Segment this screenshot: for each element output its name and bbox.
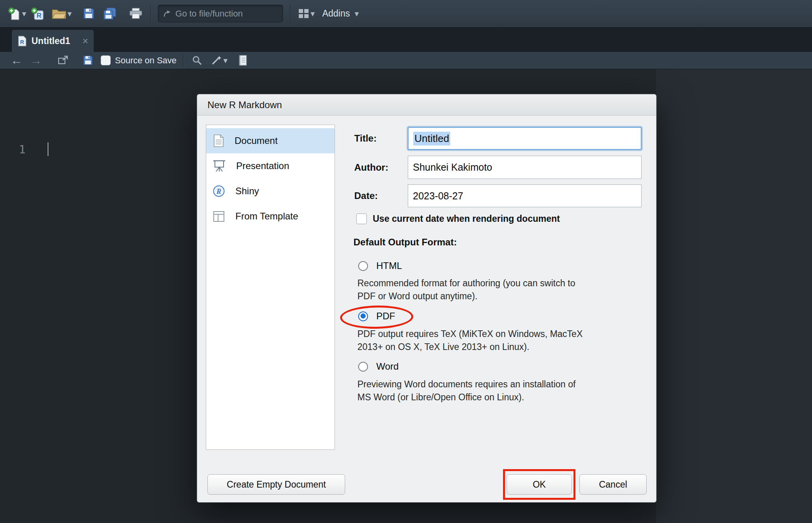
save-icon [83,55,93,66]
print-icon [129,7,143,20]
svg-text:R: R [37,12,41,19]
word-description: Previewing Word documents requires an in… [357,378,649,404]
line-number: 1 [19,143,26,156]
addins-menu[interactable]: Addins ▾ [322,8,359,19]
new-rmarkdown-dialog: New R Markdown Document [197,94,657,503]
document-icon [213,134,224,147]
find-replace-button[interactable] [190,51,204,70]
format-option-word[interactable]: Word [358,361,399,372]
chevron-down-icon: ▾ [355,9,359,18]
chevron-down-icon[interactable]: ▾ [68,9,72,18]
toolbar-separator [183,54,183,67]
new-file-button[interactable]: ▾ [6,4,28,24]
save-all-button[interactable] [101,4,119,24]
use-current-date-label: Use current date when rendering document [373,214,560,224]
source-tab-strip: R Untitled1 × [0,28,812,52]
new-file-icon [7,7,21,21]
back-arrow-button[interactable]: ← [7,54,26,66]
author-value: Shunkei Kakimoto [413,162,492,173]
tab-untitled1[interactable]: R Untitled1 × [12,30,94,52]
save-button[interactable] [81,4,97,24]
open-file-button[interactable]: ▾ [50,4,74,24]
date-input[interactable]: 2023-08-27 [408,184,642,207]
search-icon [192,55,202,66]
date-label: Date: [354,184,378,207]
dialog-titlebar: New R Markdown [197,94,656,116]
create-empty-document-button[interactable]: Create Empty Document [207,474,345,495]
r-file-icon: R [17,35,27,47]
save-all-icon [103,7,117,20]
source-on-save-label: Source on Save [115,55,177,66]
title-label: Title: [354,127,377,150]
word-radio-label: Word [376,361,399,372]
goto-file-search[interactable] [158,5,283,22]
html-description: Recommended format for authoring (you ca… [357,277,649,303]
word-radio[interactable] [358,362,368,372]
save-icon [83,7,95,20]
print-button[interactable] [127,4,145,24]
svg-text:R: R [216,188,221,195]
html-radio[interactable] [358,261,368,271]
chevron-down-icon[interactable]: ▾ [22,9,26,18]
tab-label: Untitled1 [31,36,70,46]
date-value: 2023-08-27 [413,190,463,202]
rstudio-window: ▾ R ▾ [0,0,812,523]
pdf-description: PDF output requires TeX (MiKTeX on Windo… [357,328,649,354]
list-item-from-template[interactable]: From Template [206,204,335,229]
html-radio-label: HTML [376,260,402,271]
format-option-html[interactable]: HTML [358,260,402,271]
popout-window-icon [58,55,68,65]
ok-button[interactable]: OK [507,474,572,495]
toolbar-separator [290,5,290,23]
list-item-label: From Template [235,211,298,222]
toolbar-separator [150,5,151,23]
list-item-label: Document [235,135,277,146]
editor-toolbar: ← → Source on Save [0,52,812,69]
list-item-shiny[interactable]: R Shiny [206,179,335,204]
code-tools-button[interactable]: ▾ [209,51,230,70]
title-value-selected-text: Untitled [413,132,450,145]
list-item-document[interactable]: Document [206,128,335,153]
use-current-date-row[interactable]: Use current date when rendering document [356,214,560,224]
goto-arrow-icon [163,9,171,18]
shiny-r-icon: R [213,185,225,197]
compile-notebook-button[interactable] [236,51,250,70]
pdf-radio[interactable] [358,311,368,321]
template-grid-icon [213,210,225,223]
dialog-title: New R Markdown [207,99,282,110]
source-on-save-checkbox[interactable] [101,55,111,65]
format-option-pdf[interactable]: PDF [358,311,395,322]
addins-label: Addins [322,8,350,19]
document-type-list: Document Presentation R Shiny [206,125,335,450]
text-cursor [48,142,48,156]
use-current-date-checkbox[interactable] [356,214,367,224]
list-item-label: Presentation [236,160,289,171]
magic-wand-icon [211,55,222,66]
close-icon[interactable]: × [82,36,88,46]
list-item-presentation[interactable]: Presentation [206,153,335,179]
notebook-icon [238,55,248,66]
open-folder-icon [52,7,67,20]
cancel-button[interactable]: Cancel [579,474,647,495]
forward-arrow-button[interactable]: → [26,54,46,66]
chevron-down-icon[interactable]: ▾ [311,9,315,18]
default-output-format-label: Default Output Format: [353,237,457,248]
chevron-down-icon[interactable]: ▾ [224,56,228,64]
svg-text:R: R [20,39,24,45]
show-in-new-window-button[interactable] [56,51,70,70]
title-input[interactable]: Untitled [408,127,642,150]
panes-grid-icon [298,8,309,19]
right-pane [655,69,812,523]
pdf-radio-label: PDF [376,311,395,322]
workspace-panes-button[interactable]: ▾ [296,4,317,24]
main-toolbar: ▾ R ▾ [0,0,812,28]
presentation-icon [213,160,226,173]
new-project-button[interactable]: R [28,4,46,24]
goto-file-input[interactable] [176,9,278,19]
list-item-label: Shiny [235,186,259,197]
new-project-icon: R [30,7,44,21]
author-input[interactable]: Shunkei Kakimoto [408,156,642,179]
author-label: Author: [354,156,388,179]
save-document-button[interactable] [81,51,95,70]
